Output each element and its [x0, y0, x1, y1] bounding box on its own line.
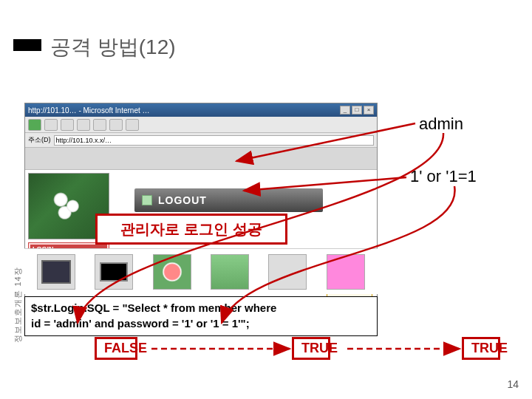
close-icon: × [364, 106, 374, 115]
product-thumb [37, 254, 75, 290]
home-icon [93, 119, 106, 131]
logout-bar: LOGOUT [134, 188, 323, 212]
logout-label: LOGOUT [158, 194, 207, 206]
callout-injection-value: 1' or '1=1 [410, 167, 477, 186]
refresh-icon [77, 119, 90, 131]
address-input: http://101.10.x.x/… [54, 135, 375, 146]
callout-admin-value: admin [419, 115, 463, 134]
vertical-chapter-label: 정보보호개론 14장 [10, 253, 25, 356]
tag-true-clause: TRUE [292, 337, 330, 360]
window-controls: _ □ × [340, 106, 374, 115]
site-header [25, 148, 377, 170]
product-thumb [153, 254, 191, 290]
browser-titlebar: http://101.10… - Microsoft Internet … _ … [25, 103, 377, 117]
tag-false: FALSE [95, 337, 137, 360]
browser-toolbar [25, 117, 377, 133]
browser-address-bar: 주소(D) http://101.10.x.x/… [25, 133, 377, 148]
sql-query-box: $str.Login.SQL = "Select * from member w… [24, 296, 378, 336]
tag-true-result: TRUE [462, 337, 500, 360]
browser-titlebar-text: http://101.10… - Microsoft Internet … [28, 106, 150, 115]
product-thumb [268, 254, 307, 290]
minimize-icon: _ [340, 106, 350, 115]
stop-icon [61, 119, 74, 131]
search-icon [109, 119, 123, 131]
back-icon [28, 119, 41, 131]
address-value: http://101.10.x.x/… [56, 137, 112, 144]
maximize-icon: □ [352, 106, 362, 115]
page-number: 14 [507, 378, 519, 390]
logout-icon [142, 195, 152, 205]
vertical-chapter-text: 정보보호개론 14장 [13, 267, 24, 342]
address-label: 주소(D) [28, 135, 51, 145]
slide-title: 공격 방법(12) [50, 33, 176, 61]
product-thumb [211, 254, 249, 290]
product-strip [24, 248, 378, 294]
forward-icon [44, 119, 58, 131]
sql-line-2: id = 'admin' and password = '1' or '1 = … [31, 316, 371, 331]
success-callout: 관리자로 로그인 성공 [95, 214, 287, 245]
sql-line-1: $str.Login.SQL = "Select * from member w… [31, 300, 371, 316]
product-thumb [95, 254, 133, 290]
title-accent-bar [13, 39, 41, 51]
favorites-icon [126, 119, 139, 131]
product-thumb [327, 254, 365, 290]
